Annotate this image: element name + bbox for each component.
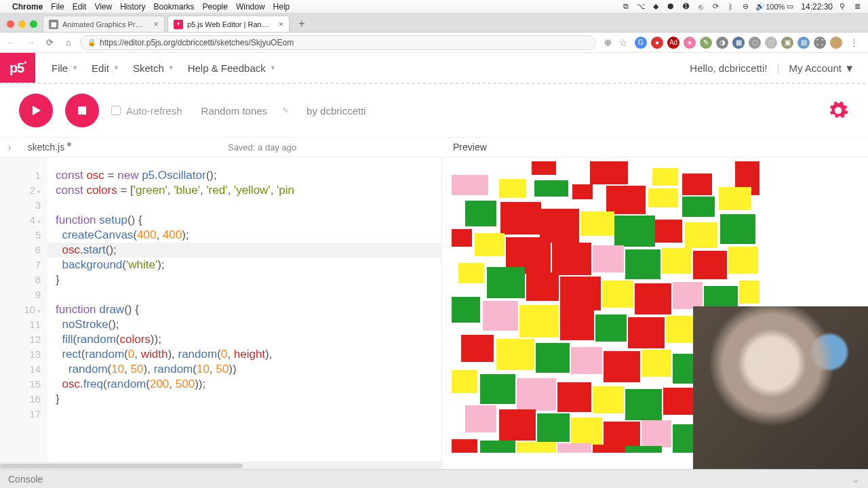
sketch-name[interactable]: Random tones [201, 105, 268, 117]
play-button[interactable] [19, 94, 53, 127]
home-button[interactable]: ⌂ [61, 35, 76, 50]
mac-menu-item[interactable]: Edit [73, 2, 87, 12]
mac-menu-item[interactable]: Window [236, 2, 265, 12]
extension-icon[interactable]: ✎ [700, 37, 712, 49]
divider: | [777, 62, 780, 74]
sidebar-expand-icon[interactable]: › [8, 142, 12, 152]
editor-split: 1234567891011121314151617 const osc = ne… [0, 157, 868, 469]
p5-menu-item[interactable]: Sketch ▼ [133, 62, 174, 74]
active-app-name[interactable]: Chrome [12, 2, 43, 12]
wifi-icon[interactable]: ⊖ [740, 2, 751, 12]
p5-logo[interactable]: p5* [0, 53, 35, 83]
greeting-text: Hello, dcbriccetti! [690, 62, 767, 74]
zoom-window-button[interactable] [30, 20, 37, 28]
mac-menu-item[interactable]: History [120, 2, 145, 12]
menubar-icon[interactable]: ⎋ [695, 2, 706, 12]
chevron-down-icon: ▼ [168, 64, 174, 71]
chevron-down-icon: ▼ [844, 62, 854, 74]
p5-menu-item[interactable]: File ▼ [52, 62, 78, 74]
settings-gear-icon[interactable] [827, 100, 849, 121]
notifications-icon[interactable]: ≣ [852, 2, 863, 12]
extensions-area: G ● Ad ⎈ ✎ ◑ ▦ ◌ ◌ ▣ ▤ ⛶ ⋮ [632, 35, 864, 50]
extension-icon[interactable]: G [635, 37, 647, 49]
sketch-author: by dcbriccetti [307, 105, 366, 117]
code-content[interactable]: const osc = new p5.Oscillator(); const c… [47, 157, 441, 469]
mac-menu-item[interactable]: People [203, 2, 228, 12]
console-collapse-icon[interactable]: ⌄ [852, 474, 860, 485]
tab-close-icon[interactable]: × [278, 19, 283, 29]
mac-menu-item[interactable]: Help [273, 2, 290, 12]
console-panel-header[interactable]: Console ⌄ [0, 469, 868, 488]
save-status: Saved: a day ago [71, 142, 453, 152]
extension-icon[interactable]: ⎈ [684, 37, 696, 49]
p5-menu-item[interactable]: Help & Feedback ▼ [188, 62, 276, 74]
browser-toolbar: ← → ⟳ ⌂ 🔒 https://editor.p5js.org/dcbric… [0, 33, 868, 53]
menubar-icon[interactable]: ➊ [680, 2, 691, 12]
extension-icon[interactable]: ◌ [749, 37, 761, 49]
window-controls [4, 20, 43, 32]
menubar-icon[interactable]: ⬢ [665, 2, 676, 12]
extension-icon[interactable]: ▤ [797, 37, 810, 49]
bluetooth-icon[interactable]: ᛒ [725, 2, 736, 12]
menubar-clock[interactable]: 14:22:30 [801, 2, 833, 12]
favicon: * [174, 20, 183, 29]
chevron-down-icon: ▼ [270, 64, 276, 71]
menubar-icon[interactable]: ◆ [650, 2, 661, 12]
back-button[interactable]: ← [4, 35, 19, 50]
extension-icon[interactable]: ● [651, 37, 663, 49]
battery-text: 100% [770, 2, 781, 12]
chrome-menu-button[interactable]: ⋮ [846, 35, 861, 50]
my-account-menu[interactable]: My Account ▼ [789, 62, 854, 74]
reload-button[interactable]: ⟳ [42, 35, 57, 50]
code-editor[interactable]: 1234567891011121314151617 const osc = ne… [0, 157, 442, 469]
filename-tab[interactable]: sketch.js [28, 142, 71, 152]
lock-icon: 🔒 [87, 39, 96, 46]
browser-tab[interactable]: ▦Animated Graphics Programmi…× [43, 16, 165, 32]
volume-icon[interactable]: 🔊 [755, 2, 766, 12]
line-gutter: 1234567891011121314151617 [0, 157, 47, 469]
mac-menu-item[interactable]: Bookmarks [154, 2, 195, 12]
preview-pane [442, 157, 868, 469]
extension-icon[interactable]: ⛶ [814, 37, 826, 49]
address-bar[interactable]: 🔒 https://editor.p5js.org/dcbriccetti/sk… [80, 35, 596, 50]
sketch-toolbar: Auto-refresh Random tones ✎ by dcbriccet… [0, 84, 868, 137]
chevron-down-icon: ▼ [72, 64, 78, 71]
minimize-window-button[interactable] [18, 20, 26, 28]
extension-icon[interactable]: ◑ [716, 37, 728, 49]
profile-avatar[interactable] [830, 37, 842, 49]
stop-button[interactable] [65, 94, 99, 127]
auto-refresh-checkbox[interactable] [111, 106, 121, 115]
favicon: ▦ [49, 20, 58, 29]
forward-button[interactable]: → [23, 35, 38, 50]
preview-label: Preview [453, 142, 860, 152]
browser-tab-strip: ▦Animated Graphics Programmi…×*p5.js Web… [0, 14, 868, 33]
p5-editor-navbar: p5* File ▼Edit ▼Sketch ▼Help & Feedback … [0, 53, 868, 83]
extension-icon[interactable]: ▦ [732, 37, 745, 49]
menubar-icon[interactable]: ⌥ [635, 2, 646, 12]
spotlight-icon[interactable]: ⚲ [837, 2, 848, 12]
horizontal-scrollbar[interactable] [0, 462, 441, 469]
mac-menu-item[interactable]: View [94, 2, 112, 12]
extension-icon[interactable]: Ad [667, 37, 679, 49]
browser-tab[interactable]: *p5.js Web Editor | Random…× [167, 16, 290, 32]
menubar-icon[interactable]: ⧉ [620, 2, 631, 12]
battery-icon[interactable]: ▭ [785, 2, 795, 12]
menubar-icon[interactable]: ⟳ [710, 2, 721, 12]
edit-name-icon[interactable]: ✎ [282, 106, 289, 115]
new-tab-button[interactable]: + [294, 17, 310, 30]
chevron-down-icon: ▼ [113, 64, 119, 71]
tab-close-icon[interactable]: × [153, 19, 159, 29]
tab-title: Animated Graphics Programmi… [62, 20, 146, 28]
extension-icon[interactable]: ▣ [781, 37, 793, 49]
close-window-button[interactable] [7, 20, 14, 28]
mac-menu-bar: Chrome FileEditViewHistoryBookmarksPeopl… [0, 0, 868, 14]
auto-refresh-label: Auto-refresh [126, 105, 182, 117]
extension-icon[interactable]: ◌ [765, 37, 777, 49]
mac-menu-item[interactable]: File [51, 2, 64, 12]
console-label: Console [8, 474, 43, 485]
p5-menu-item[interactable]: Edit ▼ [92, 62, 119, 74]
editor-tabs-row: › sketch.js Saved: a day ago Preview [0, 137, 868, 157]
bookmark-star-icon[interactable]: ☆ [619, 37, 628, 48]
zoom-icon[interactable]: ⊕ [600, 35, 615, 50]
webcam-overlay [693, 306, 868, 469]
